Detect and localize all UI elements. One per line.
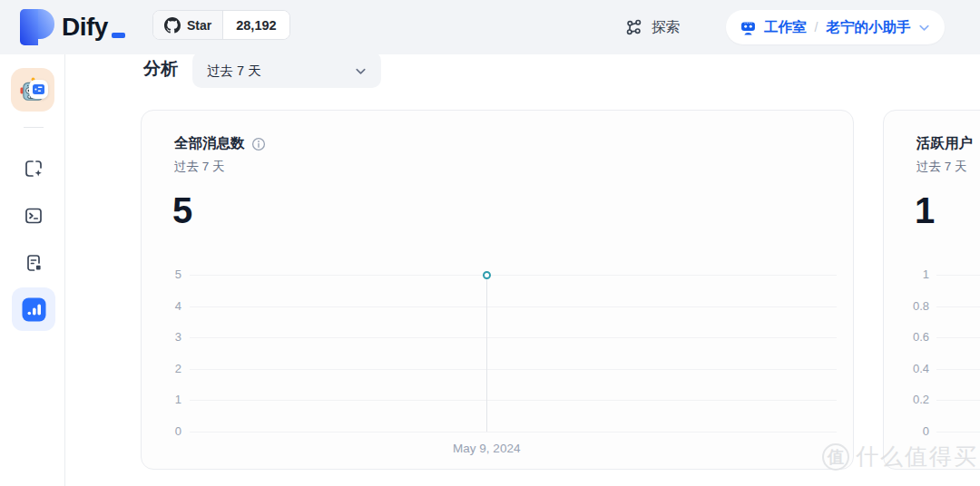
dify-logo-mark xyxy=(20,9,54,45)
sidebar-item-orchestrate[interactable] xyxy=(12,147,55,190)
gridline xyxy=(190,337,837,338)
studio-robot-icon xyxy=(739,18,758,37)
gridline xyxy=(190,369,837,370)
gridline xyxy=(936,432,980,433)
gridline xyxy=(190,432,837,433)
dify-logo[interactable]: Dify xyxy=(20,9,125,45)
x-axis-tick-label: May 9, 2024 xyxy=(423,442,550,455)
star-label: Star xyxy=(187,18,211,33)
gridline xyxy=(190,400,837,401)
explore-nodes-icon xyxy=(624,18,643,37)
y-axis-tick-label: 1 xyxy=(142,393,181,406)
sidebar-item-analytics[interactable] xyxy=(12,287,55,331)
smzdm-watermark: 值 什么值得买 xyxy=(822,442,978,471)
orchestrate-icon xyxy=(23,158,44,180)
gridline xyxy=(936,400,980,401)
watermark-text: 什么值得买 xyxy=(856,442,978,471)
messages-line-chart: 012345May 9, 2024 xyxy=(142,111,853,469)
github-star-button[interactable]: Star 28,192 xyxy=(152,10,290,40)
y-axis-tick-label: 5 xyxy=(142,267,181,281)
chevron-down-icon xyxy=(353,63,368,79)
app-type-badge xyxy=(29,80,48,99)
active-users-card: 活跃用户 过去 7 天 1 00.20.40.60.81 xyxy=(883,110,980,470)
app-sidebar xyxy=(0,54,65,486)
y-axis-tick-label: 0.2 xyxy=(884,393,929,406)
y-axis-tick-label: 0.8 xyxy=(884,299,929,313)
y-axis-tick-label: 2 xyxy=(142,362,181,375)
sidebar-divider xyxy=(24,127,44,128)
app-name[interactable]: 老宁的小助手 xyxy=(826,18,910,37)
analytics-bar-chart-icon xyxy=(22,297,46,322)
gridline xyxy=(190,306,837,307)
breadcrumb-divider: / xyxy=(815,20,818,34)
logs-file-icon xyxy=(23,252,44,274)
y-axis-tick-label: 4 xyxy=(142,299,181,313)
y-axis-tick-label: 0 xyxy=(142,424,181,438)
total-messages-card: 全部消息数 过去 7 天 5 012345May 9, 2024 xyxy=(141,110,854,470)
data-point-marker-line xyxy=(486,275,487,432)
github-icon xyxy=(164,17,181,34)
y-axis-tick-label: 0 xyxy=(884,424,929,438)
date-range-select[interactable]: 过去 7 天 xyxy=(192,52,381,88)
y-axis-tick-label: 1 xyxy=(884,267,929,281)
explore-label: 探索 xyxy=(652,18,680,37)
y-axis-tick-label: 3 xyxy=(142,330,181,344)
y-axis-tick-label: 0.6 xyxy=(884,330,929,344)
explore-link[interactable]: 探索 xyxy=(624,0,680,54)
y-axis-tick-label: 0.4 xyxy=(884,362,929,375)
gridline xyxy=(936,306,980,307)
gridline xyxy=(936,275,980,276)
workspace-breadcrumb[interactable]: 工作室 / 老宁的小助手 xyxy=(726,10,945,44)
watermark-badge: 值 xyxy=(822,443,849,471)
data-point[interactable] xyxy=(483,271,491,279)
page-title: 分析 xyxy=(143,57,178,81)
gridline xyxy=(190,275,837,276)
star-count[interactable]: 28,192 xyxy=(223,11,289,39)
date-range-value: 过去 7 天 xyxy=(207,63,261,80)
brand-underscore xyxy=(112,33,125,38)
chevron-down-icon[interactable] xyxy=(916,20,932,35)
sidebar-item-api-access[interactable] xyxy=(12,194,55,238)
brand-name: Dify xyxy=(62,13,108,42)
active-users-line-chart: 00.20.40.60.81 xyxy=(884,111,980,469)
github-star-segment[interactable]: Star xyxy=(153,11,223,39)
app-header: Dify Star 28,192 探索 工作室 / 老宁的小助手 xyxy=(0,0,980,54)
gridline xyxy=(936,337,980,338)
chat-app-badge-icon xyxy=(33,84,44,94)
sidebar-item-logs-annotations[interactable] xyxy=(12,241,55,285)
gridline xyxy=(936,369,980,370)
terminal-icon xyxy=(23,205,44,227)
studio-label[interactable]: 工作室 xyxy=(764,18,807,37)
